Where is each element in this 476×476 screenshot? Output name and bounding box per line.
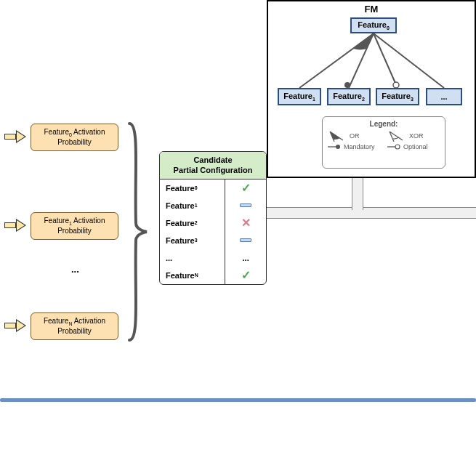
x-icon: ✕ [241,216,251,230]
legend-label: Optional [403,143,428,150]
subscript: 3 [411,97,414,102]
xor-icon [387,130,407,142]
label: Feature [333,92,362,100]
feature-label: Feature [166,271,195,280]
arrow-icon [4,219,26,231]
ellipsis: ... [243,254,249,262]
subscript: 0 [195,185,198,190]
feature-label: Feature [166,184,195,193]
status-column: ✓ ✕ ... ✓ [225,179,266,284]
svg-point-5 [393,82,399,88]
subscript: 0 [387,25,390,31]
prob-box-0: Feature0 Activation Probability [31,124,118,151]
dash-icon [240,203,251,207]
prob-box-n: FeatureN Activation Probability [31,312,118,340]
label: Activation [72,317,105,325]
subscript: 2 [195,220,198,225]
dash-icon [240,238,251,242]
feature-label: Feature [166,236,195,245]
subscript: 3 [195,238,198,243]
ellipsis: ... [166,254,172,262]
feature-label: Feature [166,201,195,210]
legend-box: Legend: OR XOR [322,116,445,169]
svg-line-0 [299,33,374,88]
feature-node-more: ... [426,88,462,105]
svg-line-3 [374,33,444,88]
legend-label: Mandatory [344,143,375,150]
label: Feature [283,92,312,100]
svg-line-2 [374,33,398,88]
config-header: Candidate Partial Configuration [160,152,266,179]
feature-label: Feature [166,219,195,227]
legend-label: XOR [409,132,424,140]
legend-title: Legend: [327,120,440,128]
arrow-icon [4,320,26,331]
title-line: Candidate [193,156,232,164]
title-line: Partial Configuration [174,166,253,174]
label: Feature [358,20,387,29]
fm-panel: FM Feature0 Feature1 Feature2 Feature3 [267,0,476,178]
label: Probability [57,227,92,235]
subscript: 1 [195,203,198,208]
optional-icon [387,143,401,150]
arrow-icon [4,131,26,142]
feature-node-1: Feature1 [278,88,321,105]
diagram-root: Feature0 Activation Probability Feature1… [0,0,476,476]
check-icon: ✓ [241,181,251,195]
feature-node-3: Feature3 [376,88,419,105]
pipe-connector [352,178,363,210]
label: Feature [382,92,411,100]
feature-root-node: Feature0 [350,17,397,33]
svg-point-7 [336,145,340,149]
check-icon: ✓ [241,268,251,282]
ellipsis: ... [71,264,79,275]
feature-node-2: Feature2 [327,88,371,105]
divider-bar [0,398,476,402]
label: Activation [72,217,105,225]
pipe-connector [267,207,476,219]
subscript: 2 [362,97,365,102]
curly-brace-icon [127,121,149,342]
svg-point-4 [344,82,350,88]
subscript: 1 [312,97,315,102]
label: ... [440,92,447,101]
prob-box-1: Feature1 Activation Probability [31,212,118,240]
legend-label: OR [350,132,360,140]
or-icon [327,130,347,142]
label: Feature [44,128,69,136]
mandatory-icon [327,143,342,150]
svg-point-9 [395,145,400,149]
label: Probability [57,138,92,146]
label: Feature [44,217,69,225]
label: Probability [57,327,92,335]
config-table: Candidate Partial Configuration Feature0… [159,151,267,285]
label: Feature [44,317,68,325]
subscript: N [195,273,198,278]
label: Activation [72,128,105,136]
feature-column: Feature0 Feature1 Feature2 Feature3 ... … [160,179,225,284]
